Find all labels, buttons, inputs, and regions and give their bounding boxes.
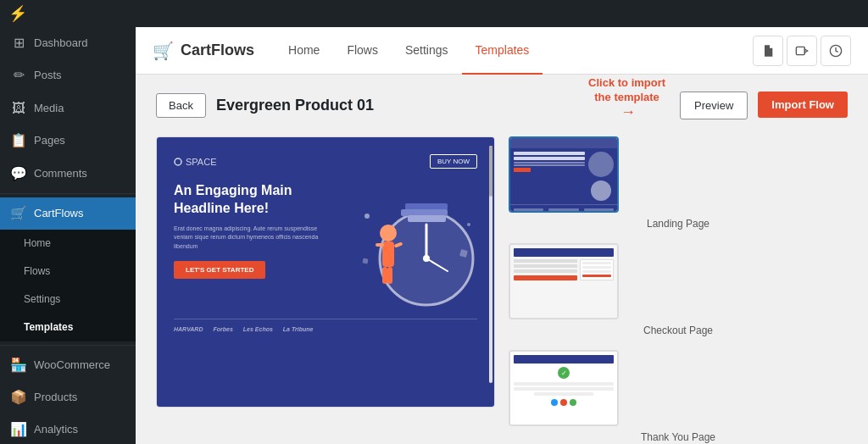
sidebar-item-media[interactable]: 🖼 Media [0, 92, 136, 125]
sidebar-item-label: Pages [34, 133, 65, 148]
sidebar-item-dashboard[interactable]: ⊞ Dashboard [0, 27, 136, 59]
co-thumb-preview [510, 245, 617, 318]
dashboard-icon: ⊞ [10, 34, 27, 53]
main-wrap: 🛒 CartFlows Home Flows Settings Template… [136, 0, 868, 444]
lp-thumb-logo3 [584, 208, 614, 211]
brand-name: CartFlows [181, 42, 254, 59]
sidebar-item-pages[interactable]: 📋 Pages [0, 125, 136, 157]
sidebar-item-cf-templates[interactable]: Templates [0, 314, 136, 341]
svg-rect-8 [405, 203, 448, 210]
lp-thumb-p1 [514, 162, 585, 164]
preview-buy-button[interactable]: BUY NOW [430, 154, 477, 169]
ty-dot-1 [551, 399, 558, 406]
sidebar-item-label: Comments [34, 166, 87, 181]
sidebar-item-cf-flows[interactable]: Flows [0, 258, 136, 286]
sidebar-item-label: Analytics [34, 422, 78, 437]
callout-arrow-icon: → [620, 103, 636, 121]
thumb-label-thankyou: Thank You Page [509, 431, 848, 443]
lp-thumb-logos [510, 204, 617, 213]
preview-button[interactable]: Preview [680, 92, 748, 119]
page-header-left: Back Evergreen Product 01 [156, 93, 374, 118]
lp-thumb-hero [510, 148, 617, 204]
top-nav: 🛒 CartFlows Home Flows Settings Template… [136, 27, 868, 75]
logo-harvard: HARVARD [174, 326, 203, 332]
svg-rect-9 [401, 209, 448, 216]
svg-rect-12 [382, 241, 394, 267]
preview-logos: HARVARD Forbes Les Echos La Tribune [174, 319, 477, 332]
lp-thumb-h2 [514, 157, 585, 160]
media-icon: 🖼 [10, 99, 27, 118]
cf-flows-label: Flows [24, 264, 50, 279]
sidebar-item-label: Media [34, 101, 64, 116]
callout-text: Click to importthe template [588, 76, 665, 105]
co-order-line3 [582, 270, 611, 273]
ty-dot-2 [560, 399, 567, 406]
video-icon[interactable] [787, 36, 817, 66]
svg-point-11 [380, 225, 397, 241]
page-title: Evergreen Product 01 [216, 97, 374, 114]
import-flow-button[interactable]: Import Flow [758, 92, 848, 118]
lp-thumb-header [510, 138, 617, 148]
sidebar-item-woocommerce[interactable]: 🏪 WooCommerce [0, 349, 136, 381]
lp-thumb-text [514, 152, 585, 201]
analytics-icon: 📊 [10, 420, 27, 439]
sidebar-item-products[interactable]: 📦 Products [0, 381, 136, 413]
co-thumb-form [514, 259, 577, 280]
logo-latribune: La Tribune [283, 326, 314, 332]
lp-thumb-logo2 [548, 208, 578, 211]
brand: 🛒 CartFlows [153, 41, 254, 61]
sidebar-item-label: CartFlows [34, 206, 84, 221]
cartflows-icon: 🛒 [10, 204, 27, 223]
thumbnail-thank-you-page[interactable]: ✓ Thank You Page [509, 350, 848, 443]
ty-dot-3 [570, 399, 576, 406]
hero-illustration [350, 182, 477, 309]
thumbnail-checkout-page[interactable]: Checkout Page [509, 243, 848, 336]
co-thumb-btn [514, 275, 577, 280]
thumbnail-landing-page[interactable]: Landing Page [509, 136, 848, 230]
content-area: Back Evergreen Product 01 Click to impor… [136, 75, 868, 444]
cf-templates-label: Templates [24, 320, 73, 335]
nav-link-settings[interactable]: Settings [392, 27, 462, 75]
nav-link-templates[interactable]: Templates [462, 27, 543, 75]
preview-headline: An Engaging Main Headline Here! [174, 182, 326, 218]
doc-icon[interactable] [753, 36, 783, 66]
svg-rect-10 [408, 215, 446, 222]
thumb-img-thankyou: ✓ [509, 350, 619, 426]
co-thumb-order [580, 259, 614, 280]
brand-icon: 🛒 [153, 41, 174, 61]
preview-content: SPACE BUY NOW An Engaging Main Headline … [157, 137, 494, 407]
sidebar-item-label: Products [34, 390, 77, 405]
sidebar-item-cartflows[interactable]: 🛒 CartFlows [0, 197, 136, 230]
co-field-3 [514, 269, 577, 273]
svg-rect-20 [363, 258, 369, 264]
template-area: SPACE BUY NOW An Engaging Main Headline … [156, 136, 848, 443]
sidebar-item-comments[interactable]: 💬 Comments [0, 158, 136, 190]
sidebar-submenu-cartflows: Home Flows Settings Templates [0, 230, 136, 341]
preview-header: SPACE BUY NOW [174, 154, 477, 169]
sidebar-item-posts[interactable]: ✏ Posts [0, 59, 136, 92]
star-icon[interactable] [821, 36, 851, 66]
logo-lesechos: Les Echos [243, 326, 273, 332]
lp-thumb-h1 [514, 152, 585, 155]
ty-thumb-dots [514, 399, 614, 406]
sidebar-item-cf-home[interactable]: Home [0, 230, 136, 258]
sidebar-item-analytics[interactable]: 📊 Analytics [0, 413, 136, 444]
nav-link-flows[interactable]: Flows [333, 27, 392, 75]
svg-point-18 [467, 223, 470, 226]
thumbnail-list: Landing Page [509, 136, 848, 443]
lp-thumb-cta [514, 168, 531, 172]
preview-cta-button[interactable]: LET'S GET STARTED [174, 261, 265, 279]
ty-thumb-text3 [534, 392, 594, 396]
nav-link-home[interactable]: Home [275, 27, 333, 75]
ty-thumb-preview: ✓ [510, 352, 617, 425]
sidebar-divider-2 [0, 345, 136, 346]
svg-point-17 [364, 214, 370, 219]
back-button[interactable]: Back [156, 93, 206, 118]
woocommerce-icon: 🏪 [10, 356, 27, 375]
lp-thumb-clock [591, 180, 611, 201]
sidebar-item-cf-settings[interactable]: Settings [0, 286, 136, 314]
ty-thumb-text2 [514, 387, 614, 391]
pages-icon: 📋 [10, 131, 27, 150]
top-nav-icons [753, 36, 851, 66]
cf-settings-label: Settings [24, 292, 60, 307]
